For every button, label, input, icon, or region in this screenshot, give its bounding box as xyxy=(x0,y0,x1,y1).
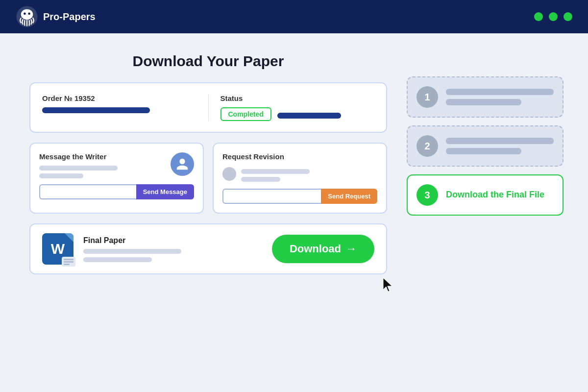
step-1-bar-1 xyxy=(446,89,554,95)
download-arrow-icon: → xyxy=(346,243,357,255)
order-bar-1 xyxy=(42,107,150,113)
step-3-card: 3 Download the Final File xyxy=(407,174,564,216)
status-label: Status xyxy=(220,94,375,102)
word-corner xyxy=(65,233,74,242)
svg-point-1 xyxy=(21,9,33,20)
message-row: Send Message xyxy=(39,184,194,199)
request-revision-card: Request Revision Send Request xyxy=(213,143,387,214)
order-card: Order № 19352 Status Completed xyxy=(29,82,387,133)
logo-icon xyxy=(16,5,38,28)
revision-header xyxy=(222,166,377,182)
step-3-label: Download the Final File xyxy=(446,189,554,200)
left-panel: Download Your Paper Order № 19352 Status… xyxy=(29,53,387,372)
download-button[interactable]: Download → xyxy=(272,235,374,263)
header-dot-2 xyxy=(549,12,558,21)
svg-marker-4 xyxy=(383,278,392,292)
header-dot-1 xyxy=(534,12,543,21)
final-paper-title: Final Paper xyxy=(83,236,262,245)
request-row: Send Request xyxy=(222,189,377,204)
send-message-button[interactable]: Send Message xyxy=(136,184,194,199)
step-1-bars xyxy=(446,89,554,105)
doc-line-2 xyxy=(64,261,74,263)
revision-bar-2 xyxy=(241,177,280,182)
status-badge: Completed xyxy=(220,107,271,121)
step-3-number: 3 xyxy=(416,184,438,206)
two-col-section: Message the Writer Send Message xyxy=(29,143,387,214)
revision-bar-1 xyxy=(241,169,310,174)
right-panel: 1 2 3 Download the Final File xyxy=(407,53,564,372)
step-2-bar-1 xyxy=(446,138,554,144)
step-3-content: Download the Final File xyxy=(446,189,554,200)
svg-point-2 xyxy=(24,13,26,15)
header-dot-3 xyxy=(564,12,572,21)
step-1-bar-2 xyxy=(446,99,521,105)
download-label: Download xyxy=(290,243,341,255)
writer-info: Message the Writer xyxy=(39,152,165,178)
download-wrap: Download → xyxy=(272,235,374,263)
status-row: Completed xyxy=(220,107,375,121)
step-1-card: 1 xyxy=(407,76,564,118)
final-paper-card: W Final Paper Download → xyxy=(29,223,387,274)
writer-avatar xyxy=(171,152,194,176)
status-bar xyxy=(277,113,341,119)
step-2-bars xyxy=(446,138,554,154)
writer-bar-2 xyxy=(39,173,83,178)
svg-point-3 xyxy=(28,13,30,15)
logo: Pro-Papers xyxy=(16,5,96,28)
doc-lines xyxy=(62,257,75,267)
doc-line-1 xyxy=(64,259,74,260)
main-content: Download Your Paper Order № 19352 Status… xyxy=(0,33,588,392)
final-bar-2 xyxy=(83,257,152,262)
message-input[interactable] xyxy=(39,184,136,199)
header: Pro-Papers xyxy=(0,0,588,33)
step-2-bar-2 xyxy=(446,148,521,154)
header-dots xyxy=(534,12,572,21)
revision-input[interactable] xyxy=(222,189,321,204)
message-writer-card: Message the Writer Send Message xyxy=(29,143,204,214)
word-icon-wrap: W xyxy=(42,233,74,265)
step-2-number: 2 xyxy=(416,135,438,157)
page-title: Download Your Paper xyxy=(29,53,387,70)
revision-label: Request Revision xyxy=(222,152,377,161)
revision-avatar xyxy=(222,167,236,181)
send-request-button[interactable]: Send Request xyxy=(321,189,377,204)
word-letter: W xyxy=(51,241,65,257)
final-info: Final Paper xyxy=(83,236,262,262)
writer-bar-1 xyxy=(39,166,118,171)
step-1-number: 1 xyxy=(416,86,438,108)
person-icon xyxy=(175,157,189,171)
message-writer-label: Message the Writer xyxy=(39,152,165,161)
step-2-card: 2 xyxy=(407,125,564,167)
revision-bars xyxy=(241,166,377,182)
logo-text: Pro-Papers xyxy=(43,11,96,23)
writer-top: Message the Writer xyxy=(39,152,194,178)
final-bar-1 xyxy=(83,249,181,254)
step-1-content xyxy=(446,89,554,105)
order-label: Order № 19352 xyxy=(42,94,196,102)
step-2-content xyxy=(446,138,554,154)
order-section-id: Order № 19352 xyxy=(42,94,209,121)
order-section-status: Status Completed xyxy=(220,94,375,121)
doc-line-3 xyxy=(64,264,70,265)
